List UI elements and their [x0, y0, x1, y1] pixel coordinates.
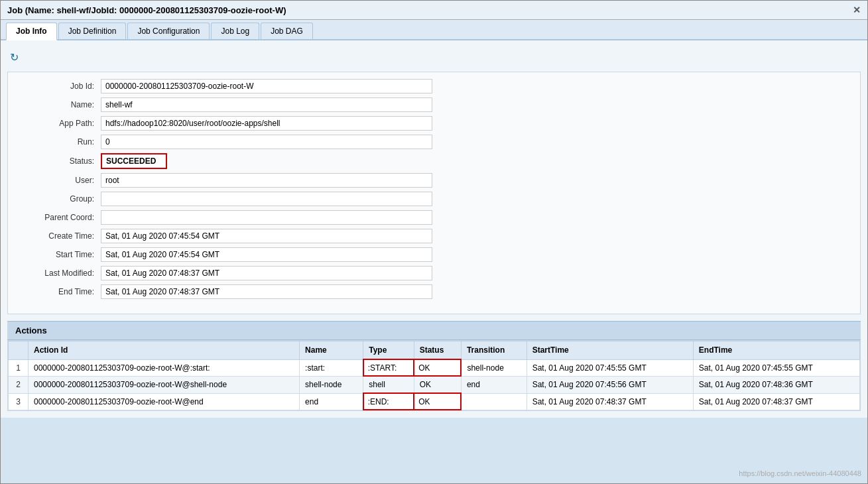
action-status: OK: [414, 376, 461, 393]
watermark: https://blog.csdn.net/weixin-44080448: [739, 469, 861, 477]
value-job-id: 0000000-200801125303709-oozie-root-W: [101, 79, 432, 93]
label-start-time: Start Time:: [21, 250, 101, 259]
form-row-start-time: Start Time:Sat, 01 Aug 2020 07:45:54 GMT: [21, 247, 847, 262]
table-row: 30000000-200801125303709-oozie-root-W@en…: [9, 393, 860, 410]
label-status: Status:: [21, 156, 101, 166]
value-group: [101, 192, 432, 206]
action-type: :START:: [363, 359, 414, 376]
job-info-form: Job Id:0000000-200801125303709-oozie-roo…: [7, 72, 861, 314]
label-end-time: End Time:: [21, 287, 101, 296]
toolbar: ↻: [7, 47, 861, 68]
action-id: 0000000-200801125303709-oozie-root-W@she…: [29, 376, 300, 393]
refresh-button[interactable]: ↻: [10, 51, 19, 64]
content-area: ↻ Job Id:0000000-200801125303709-oozie-r…: [1, 40, 867, 418]
form-row-group: Group:: [21, 192, 847, 206]
label-parent-coord: Parent Coord:: [21, 213, 101, 222]
col-header-4: Status: [414, 341, 461, 360]
form-row-last-modified: Last Modified:Sat, 01 Aug 2020 07:48:37 …: [21, 266, 847, 280]
actions-section-header: Actions: [7, 321, 861, 340]
form-row-app-path: App Path:hdfs://hadoop102:8020/user/root…: [21, 116, 847, 131]
label-job-id: Job Id:: [21, 82, 101, 91]
action-id: 0000000-200801125303709-oozie-root-W@:st…: [29, 359, 300, 376]
col-header-3: Type: [363, 341, 414, 360]
value-last-modified: Sat, 01 Aug 2020 07:48:37 GMT: [101, 266, 432, 280]
col-header-6: StartTime: [527, 341, 693, 360]
row-num: 2: [9, 376, 29, 393]
form-row-run: Run:0: [21, 135, 847, 149]
form-row-user: User:root: [21, 173, 847, 188]
tab-job-configuration[interactable]: Job Configuration: [127, 23, 210, 39]
action-id: 0000000-200801125303709-oozie-root-W@end: [29, 393, 300, 410]
close-button[interactable]: ✕: [853, 5, 861, 15]
label-create-time: Create Time:: [21, 231, 101, 241]
title-bar: Job (Name: shell-wf/JobId: 0000000-20080…: [1, 1, 867, 20]
value-run: 0: [101, 135, 432, 149]
action-name: shell-node: [300, 376, 363, 393]
tab-job-dag[interactable]: Job DAG: [261, 23, 313, 39]
form-row-name: Name:shell-wf: [21, 97, 847, 112]
label-last-modified: Last Modified:: [21, 269, 101, 278]
action-type: shell: [363, 376, 414, 393]
table-row: 20000000-200801125303709-oozie-root-W@sh…: [9, 376, 860, 393]
col-header-0: [9, 341, 29, 360]
value-user: root: [101, 173, 432, 188]
form-row-parent-coord: Parent Coord:: [21, 210, 847, 225]
label-app-path: App Path:: [21, 119, 101, 128]
action-name: end: [300, 393, 363, 410]
value-name: shell-wf: [101, 97, 432, 112]
actions-table: Action IdNameTypeStatusTransitionStartTi…: [8, 341, 860, 410]
value-end-time: Sat, 01 Aug 2020 07:48:37 GMT: [101, 284, 432, 299]
action-transition: end: [461, 376, 527, 393]
value-status: SUCCEEDED: [101, 153, 167, 169]
tab-bar: Job InfoJob DefinitionJob ConfigurationJ…: [1, 20, 867, 40]
form-row-job-id: Job Id:0000000-200801125303709-oozie-roo…: [21, 79, 847, 93]
row-num: 1: [9, 359, 29, 376]
action-status: OK: [414, 359, 461, 376]
form-row-end-time: End Time:Sat, 01 Aug 2020 07:48:37 GMT: [21, 284, 847, 299]
action-type: :END:: [363, 393, 414, 410]
main-window: Job (Name: shell-wf/JobId: 0000000-20080…: [0, 0, 868, 484]
label-name: Name:: [21, 100, 101, 109]
action-start-time: Sat, 01 Aug 2020 07:45:56 GMT: [527, 376, 693, 393]
action-status: OK: [414, 393, 461, 410]
col-header-7: EndTime: [693, 341, 859, 360]
value-app-path: hdfs://hadoop102:8020/user/root/oozie-ap…: [101, 116, 432, 131]
action-start-time: Sat, 01 Aug 2020 07:45:55 GMT: [527, 359, 693, 376]
action-end-time: Sat, 01 Aug 2020 07:45:55 GMT: [693, 359, 859, 376]
actions-table-wrap: Action IdNameTypeStatusTransitionStartTi…: [7, 340, 861, 411]
col-header-2: Name: [300, 341, 363, 360]
value-start-time: Sat, 01 Aug 2020 07:45:54 GMT: [101, 247, 432, 262]
action-end-time: Sat, 01 Aug 2020 07:48:36 GMT: [693, 376, 859, 393]
value-parent-coord: [101, 210, 432, 225]
label-run: Run:: [21, 137, 101, 147]
tab-job-definition[interactable]: Job Definition: [58, 23, 127, 39]
window-title: Job (Name: shell-wf/JobId: 0000000-20080…: [7, 5, 286, 15]
action-start-time: Sat, 01 Aug 2020 07:48:37 GMT: [527, 393, 693, 410]
action-transition: [461, 393, 527, 410]
label-group: Group:: [21, 194, 101, 204]
action-end-time: Sat, 01 Aug 2020 07:48:37 GMT: [693, 393, 859, 410]
table-row: 10000000-200801125303709-oozie-root-W@:s…: [9, 359, 860, 376]
action-name: :start:: [300, 359, 363, 376]
col-header-5: Transition: [461, 341, 527, 360]
row-num: 3: [9, 393, 29, 410]
form-row-status: Status:SUCCEEDED: [21, 153, 847, 169]
form-row-create-time: Create Time:Sat, 01 Aug 2020 07:45:54 GM…: [21, 229, 847, 243]
col-header-1: Action Id: [29, 341, 300, 360]
action-transition: shell-node: [461, 359, 527, 376]
value-create-time: Sat, 01 Aug 2020 07:45:54 GMT: [101, 229, 432, 243]
tab-job-log[interactable]: Job Log: [211, 23, 259, 39]
tab-job-info[interactable]: Job Info: [6, 23, 57, 40]
label-user: User:: [21, 176, 101, 185]
